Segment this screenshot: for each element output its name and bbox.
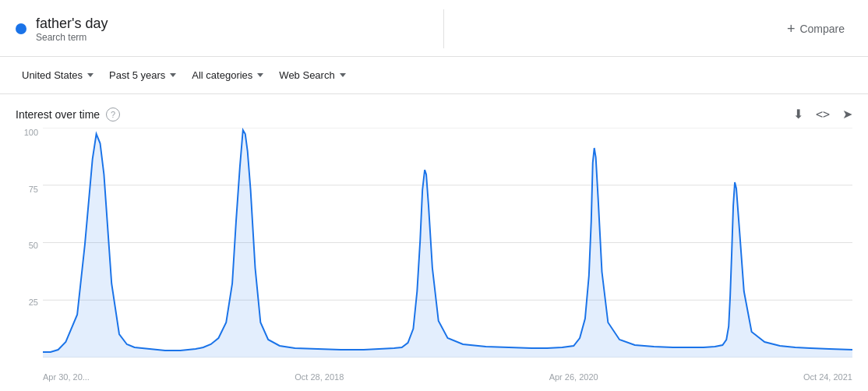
chart-svg: [43, 128, 852, 358]
y-label-25: 25: [29, 298, 38, 307]
chart-title-area: Interest over time ?: [16, 107, 120, 122]
term-name: father's day: [36, 16, 108, 32]
x-label-3: Oct 24, 2021: [803, 372, 852, 382]
term-section: father's day Search term: [16, 16, 108, 43]
plus-icon: +: [787, 21, 796, 37]
chart-actions: ⬇ <> ➤: [793, 107, 852, 122]
share-icon[interactable]: ➤: [842, 107, 852, 122]
time-chevron-icon: [170, 73, 176, 77]
region-label: United States: [22, 69, 83, 81]
region-chevron-icon: [87, 73, 94, 77]
time-filter[interactable]: Past 5 years: [103, 65, 182, 86]
chart-container: 100 75 50 25: [16, 128, 852, 385]
category-filter[interactable]: All categories: [185, 65, 270, 86]
compare-label: Compare: [799, 23, 845, 35]
y-label-75: 75: [29, 185, 38, 194]
x-axis: Apr 30, 20... Oct 28, 2018 Apr 26, 2020 …: [43, 369, 852, 385]
page-header: father's day Search term + Compare: [0, 0, 868, 57]
x-label-1: Oct 28, 2018: [295, 372, 344, 382]
category-chevron-icon: [257, 73, 263, 77]
search-type-chevron-icon: [340, 73, 346, 77]
term-color-dot: [16, 23, 26, 34]
region-filter[interactable]: United States: [16, 65, 100, 86]
time-label: Past 5 years: [109, 69, 165, 81]
embed-icon[interactable]: <>: [816, 107, 830, 122]
compare-button[interactable]: + Compare: [779, 16, 852, 42]
vertical-divider: [443, 9, 444, 48]
chart-title: Interest over time: [16, 108, 100, 121]
help-icon[interactable]: ?: [106, 107, 120, 122]
x-label-2: Apr 26, 2020: [549, 372, 598, 382]
category-label: All categories: [192, 69, 252, 81]
chart-header: Interest over time ? ⬇ <> ➤: [16, 100, 852, 125]
search-type-label: Web Search: [279, 69, 334, 81]
term-type: Search term: [36, 32, 108, 43]
search-type-filter[interactable]: Web Search: [273, 65, 351, 86]
x-label-0: Apr 30, 20...: [43, 372, 90, 382]
term-info: father's day Search term: [36, 16, 108, 43]
y-label-50: 50: [29, 241, 38, 250]
interest-fill: [43, 130, 852, 358]
download-icon[interactable]: ⬇: [793, 107, 803, 122]
chart-section: Interest over time ? ⬇ <> ➤ 100 75 50 25: [0, 94, 868, 385]
filters-bar: United States Past 5 years All categorie…: [0, 57, 868, 94]
y-label-100: 100: [24, 128, 38, 137]
chart-area: [43, 128, 852, 358]
y-axis: 100 75 50 25: [16, 128, 43, 354]
